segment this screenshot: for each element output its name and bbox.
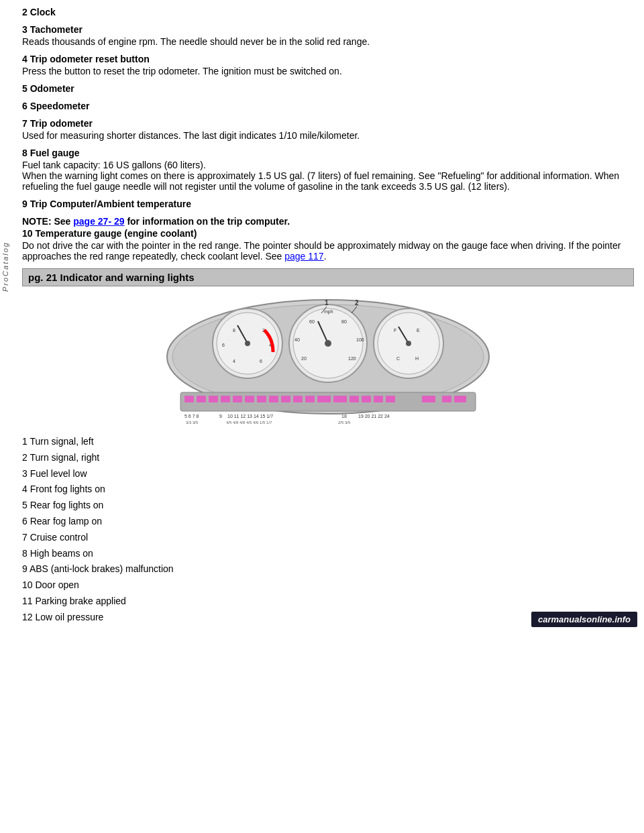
note-link[interactable]: page 27- 29 [73, 216, 124, 227]
svg-text:5 6 7 8: 5 6 7 8 [184, 414, 199, 419]
dashboard-image-container: 8 2 6 4 4 6 60 80 40 100 20 [22, 293, 634, 427]
svg-text:4: 4 [233, 359, 235, 364]
svg-text:F: F [394, 328, 396, 333]
svg-rect-33 [197, 396, 206, 402]
section-trip-odometer: 7 Trip odometer Used for measuring short… [22, 118, 634, 141]
svg-text:19 20 21 22 24: 19 20 21 22 24 [358, 414, 390, 419]
svg-text:120: 120 [348, 356, 356, 361]
svg-rect-39 [269, 396, 278, 402]
section-fuel-gauge-title: 8 Fuel gauge [22, 148, 634, 158]
indicator-1-text: 1 Turn signal, left [22, 436, 94, 447]
sidebar-watermark: ProCatalog [1, 241, 9, 292]
section-tachometer: 3 Tachometer Reads thousands of engine r… [22, 24, 634, 47]
section-trip-reset-title: 4 Trip odometer reset button [22, 54, 634, 64]
section-tachometer-title: 3 Tachometer [22, 24, 634, 35]
section-temp-gauge: 10 Temperature gauge (engine coolant) Do… [22, 228, 634, 262]
indicator-item-8: 8 High beams on [22, 546, 634, 562]
svg-rect-50 [442, 396, 451, 402]
svg-text:60: 60 [309, 319, 315, 324]
svg-text:C: C [396, 356, 400, 361]
svg-rect-32 [184, 396, 194, 402]
svg-rect-35 [221, 396, 230, 402]
indicator-item-10: 10 Door open [22, 577, 634, 594]
svg-rect-38 [257, 396, 266, 402]
svg-rect-45 [350, 396, 359, 402]
indicator-7-text: 7 Cruise control [22, 532, 88, 543]
svg-text:2: 2 [355, 299, 359, 307]
sidebar-text: ProCatalog [1, 241, 9, 292]
indicator-item-11: 11 Parking brake applied [22, 594, 634, 610]
svg-text:6: 6 [222, 343, 225, 347]
indicator-item-9: 9 ABS (anti-lock brakes) malfunction [22, 561, 634, 577]
svg-text:mph: mph [324, 309, 333, 315]
svg-text:1: 1 [325, 299, 329, 307]
svg-text:18: 18 [341, 414, 347, 419]
svg-text:20: 20 [301, 356, 307, 361]
svg-rect-36 [233, 396, 242, 402]
indicator-item-7: 7 Cruise control [22, 530, 634, 546]
section-highlight-bar: pg. 21 Indicator and warning lights [22, 268, 634, 286]
note-section: NOTE: See page 27- 29 for information on… [22, 216, 634, 227]
svg-rect-51 [454, 396, 466, 402]
page117-link[interactable]: page 117 [284, 251, 323, 262]
highlight-text: pg. 21 Indicator and warning lights [28, 272, 195, 283]
footer-logo-text: carmanualsonline.info [538, 614, 631, 624]
indicator-11-text: 11 Parking brake applied [22, 596, 126, 606]
svg-rect-40 [281, 396, 290, 402]
indicator-9-text: 9 ABS (anti-lock brakes) malfunction [22, 563, 174, 574]
section-temp-gauge-body: Do not drive the car with the pointer in… [22, 240, 634, 262]
indicator-10-text: 10 Door open [22, 579, 79, 590]
section-trip-reset-body: Press the button to reset the trip odome… [22, 66, 634, 76]
section-fuel-gauge-body: Fuel tank capacity: 16 US gallons (60 li… [22, 160, 634, 192]
indicator-item-4: 4 Front fog lights on [22, 482, 634, 498]
svg-text:8: 8 [233, 328, 235, 333]
indicator-item-3: 3 Fuel level low [22, 466, 634, 482]
svg-text:80: 80 [341, 319, 347, 324]
indicator-list: 1 Turn signal, left 2 Turn signal, right… [22, 434, 634, 626]
section-trip-odometer-title: 7 Trip odometer [22, 118, 634, 129]
note-text-prefix: NOTE: See [22, 216, 73, 227]
svg-text:9: 9 [219, 414, 222, 419]
footer-logo: carmanualsonline.info [531, 612, 637, 627]
svg-point-30 [406, 341, 411, 346]
section-fuel-gauge: 8 Fuel gauge Fuel tank capacity: 16 US g… [22, 148, 634, 192]
svg-text:2/5  3/5: 2/5 3/5 [338, 421, 351, 425]
svg-rect-49 [422, 396, 435, 402]
section-odometer-title: 5 Odometer [22, 83, 634, 94]
section-odometer: 5 Odometer [22, 83, 634, 94]
svg-rect-46 [362, 396, 371, 402]
section-trip-odometer-body: Used for measuring shorter distances. Th… [22, 130, 634, 141]
svg-text:6: 6 [260, 359, 262, 364]
svg-text:3/3  3/5: 3/3 3/5 [186, 421, 199, 425]
indicator-8-text: 8 High beams on [22, 548, 93, 559]
indicator-4-text: 4 Front fog lights on [22, 484, 105, 494]
indicator-2-text: 2 Turn signal, right [22, 452, 99, 463]
section-speedometer: 6 Speedometer [22, 101, 634, 111]
svg-text:40: 40 [294, 337, 300, 342]
indicator-item-2: 2 Turn signal, right [22, 450, 634, 466]
svg-text:10  11  12  13  14  15  1/7: 10 11 12 13 14 15 1/7 [227, 414, 273, 419]
section-temp-gauge-title: 10 Temperature gauge (engine coolant) [22, 228, 634, 239]
svg-rect-34 [209, 396, 218, 402]
svg-rect-37 [245, 396, 254, 402]
svg-text:100: 100 [356, 337, 364, 342]
svg-rect-43 [317, 396, 331, 402]
indicator-12-text: 12 Low oil pressure [22, 612, 103, 622]
indicator-5-text: 5 Rear fog lights on [22, 500, 103, 510]
svg-text:4/5  4/8  4/8  4/5  4/6  1/5  : 4/5 4/8 4/8 4/5 4/6 1/5 1/7 [226, 421, 272, 425]
section-trip-computer-title: 9 Trip Computer/Ambient temperature [22, 199, 634, 209]
dashboard-svg: 8 2 6 4 4 6 60 80 40 100 20 [160, 293, 496, 427]
svg-point-22 [325, 340, 331, 347]
section-speedometer-title: 6 Speedometer [22, 101, 634, 111]
section-trip-reset: 4 Trip odometer reset button Press the b… [22, 54, 634, 76]
indicator-item-5: 5 Rear fog lights on [22, 498, 634, 514]
svg-text:H: H [415, 356, 419, 361]
svg-rect-47 [374, 396, 383, 402]
section-clock-title: 2 Clock [22, 7, 634, 17]
section-tachometer-body: Reads thousands of engine rpm. The needl… [22, 36, 634, 47]
section-trip-computer: 9 Trip Computer/Ambient temperature [22, 199, 634, 209]
svg-rect-48 [386, 396, 395, 402]
indicator-6-text: 6 Rear fog lamp on [22, 516, 102, 526]
section-clock: 2 Clock [22, 7, 634, 17]
indicator-item-6: 6 Rear fog lamp on [22, 514, 634, 530]
